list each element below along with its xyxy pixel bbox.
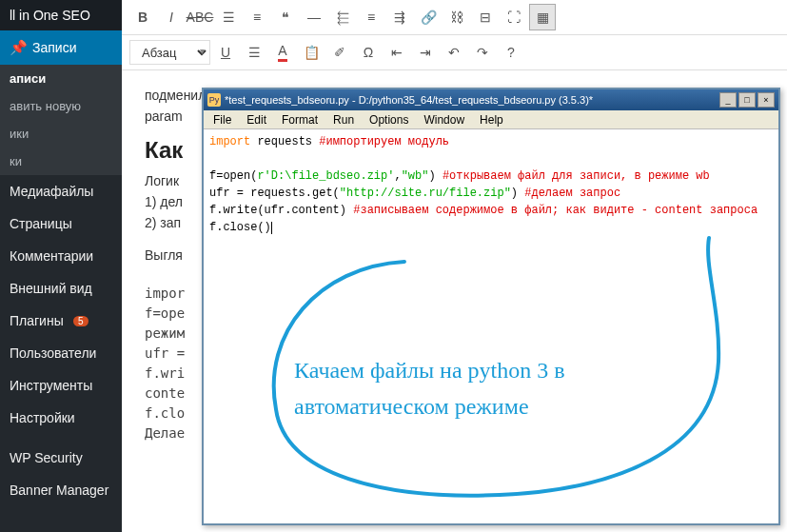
sidebar-item-settings[interactable]: Настройки <box>0 402 122 434</box>
align-center-button[interactable]: ≡ <box>358 4 384 30</box>
idle-menubar: File Edit Format Run Options Window Help <box>204 110 778 129</box>
idle-title: *test_requests_bdseoru.py - D:/python35_… <box>225 94 719 106</box>
sidebar-brand: ll in One SEO <box>0 0 122 30</box>
bold-button[interactable]: B <box>129 4 156 30</box>
quote-button[interactable]: ❝ <box>272 4 299 30</box>
minimize-button[interactable]: _ <box>719 92 737 108</box>
idle-titlebar[interactable]: Py *test_requests_bdseoru.py - D:/python… <box>204 89 778 110</box>
special-char-button[interactable]: Ω <box>355 39 382 66</box>
submenu-item-tags[interactable]: ки <box>0 148 122 175</box>
text-cursor <box>271 222 272 234</box>
undo-button[interactable]: ↶ <box>441 39 467 66</box>
sidebar-item-posts[interactable]: 📌 Записи <box>0 30 122 65</box>
editor-toolbar-row2: Абзац U ☰ A 📋 ✐ Ω ⇤ ⇥ ↶ ↷ ? <box>122 35 787 70</box>
indent-button[interactable]: ⇥ <box>412 39 439 66</box>
sidebar-item-plugins[interactable]: Плагины5 <box>0 305 122 337</box>
menu-file[interactable]: File <box>206 111 239 128</box>
align-right-button[interactable]: ⇶ <box>386 4 413 30</box>
sidebar-item-banner-manager[interactable]: Banner Manager <box>0 474 122 506</box>
menu-options[interactable]: Options <box>362 111 416 128</box>
submenu-item-all-posts[interactable]: аписи <box>0 65 122 92</box>
sidebar-item-tools[interactable]: Инструменты <box>0 369 122 402</box>
wp-admin-sidebar: ll in One SEO 📌 Записи аписи авить новую… <box>0 0 122 532</box>
sidebar-item-appearance[interactable]: Внешний вид <box>0 272 122 305</box>
menu-run[interactable]: Run <box>325 111 362 128</box>
link-button[interactable]: 🔗 <box>415 4 442 30</box>
justify-button[interactable]: ☰ <box>241 39 267 66</box>
pin-icon: 📌 <box>10 39 27 56</box>
hr-button[interactable]: — <box>301 4 327 30</box>
maximize-button[interactable]: □ <box>738 92 756 108</box>
redo-button[interactable]: ↷ <box>469 39 496 66</box>
update-badge: 5 <box>73 316 89 326</box>
menu-window[interactable]: Window <box>416 111 472 128</box>
ol-button[interactable]: ≡ <box>244 4 270 30</box>
fullscreen-button[interactable]: ⛶ <box>501 4 527 30</box>
format-select[interactable]: Абзац <box>129 40 210 65</box>
idle-code-area[interactable]: import requests #импортируем модуль f=op… <box>204 129 778 523</box>
help-button[interactable]: ? <box>498 39 524 66</box>
align-left-button[interactable]: ⬱ <box>329 4 356 30</box>
toolbar-toggle-button[interactable]: ▦ <box>529 4 556 30</box>
italic-button[interactable]: I <box>158 4 185 30</box>
submenu-item-categories[interactable]: ики <box>0 120 122 148</box>
close-button[interactable]: × <box>757 92 775 108</box>
sidebar-item-media[interactable]: Медиафайлы <box>0 175 122 207</box>
idle-window: Py *test_requests_bdseoru.py - D:/python… <box>202 88 780 525</box>
editor-toolbar-row1: B I ABC ☰ ≡ ❝ — ⬱ ≡ ⇶ 🔗 ⛓ ⊟ ⛶ ▦ <box>122 0 787 35</box>
ul-button[interactable]: ☰ <box>215 4 242 30</box>
paste-text-button[interactable]: 📋 <box>298 39 325 66</box>
sidebar-submenu: аписи авить новую ики ки <box>0 65 122 175</box>
sidebar-item-users[interactable]: Пользователи <box>0 337 122 369</box>
sidebar-item-pages[interactable]: Страницы <box>0 207 122 240</box>
python-icon: Py <box>207 93 221 107</box>
more-button[interactable]: ⊟ <box>472 4 499 30</box>
sidebar-item-comments[interactable]: Комментарии <box>0 240 122 272</box>
sidebar-item-wp-security[interactable]: WP Security <box>0 442 122 474</box>
menu-help[interactable]: Help <box>472 111 511 128</box>
sidebar-item-label: Записи <box>32 40 76 55</box>
unlink-button[interactable]: ⛓ <box>443 4 470 30</box>
menu-edit[interactable]: Edit <box>239 111 274 128</box>
clear-format-button[interactable]: ✐ <box>326 39 353 66</box>
strikethrough-button[interactable]: ABC <box>187 4 213 30</box>
outdent-button[interactable]: ⇤ <box>384 39 410 66</box>
menu-format[interactable]: Format <box>274 111 325 128</box>
underline-button[interactable]: U <box>212 39 239 66</box>
submenu-item-add-new[interactable]: авить новую <box>0 92 122 120</box>
text-color-button[interactable]: A <box>269 39 296 66</box>
